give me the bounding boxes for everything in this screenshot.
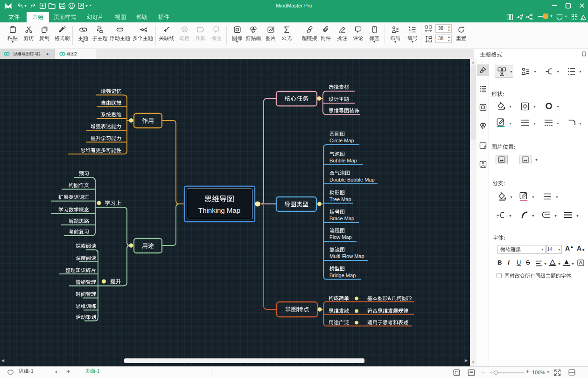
svg-text:Thinking Map: Thinking Map: [198, 206, 240, 214]
svg-text:Double Bubble Map: Double Bubble Map: [329, 177, 375, 182]
svg-text:Tree Map: Tree Map: [329, 196, 351, 202]
svg-text:Brace Map: Brace Map: [329, 216, 354, 221]
svg-text:Bridge Map: Bridge Map: [329, 273, 356, 278]
svg-text:Bubble Map: Bubble Map: [329, 158, 357, 163]
svg-text:Multi-Flow Map: Multi-Flow Map: [329, 253, 364, 259]
svg-text:Circle Map: Circle Map: [329, 138, 354, 143]
svg-text:Flow Map: Flow Map: [329, 234, 352, 240]
